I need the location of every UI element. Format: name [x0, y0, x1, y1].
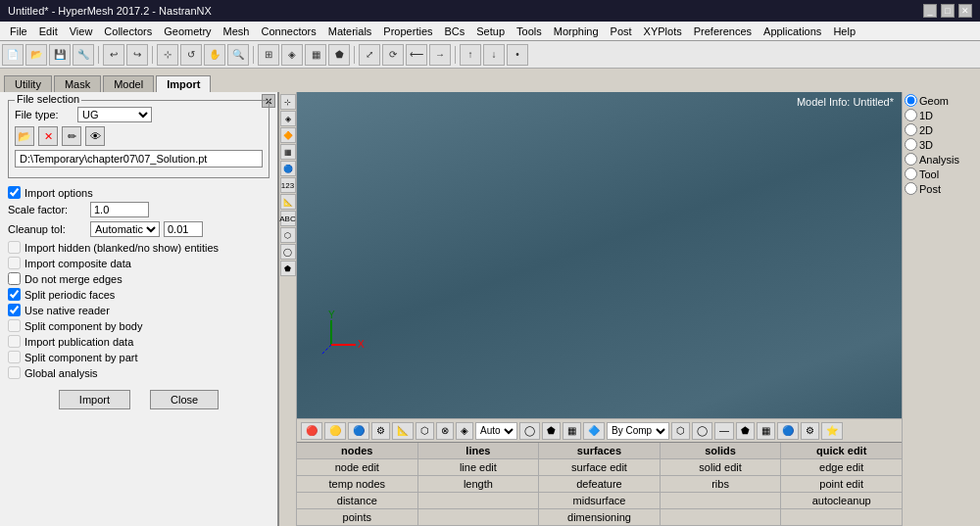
import-composite-checkbox[interactable] [8, 257, 21, 269]
menu-geometry[interactable]: Geometry [158, 24, 217, 39]
col-nodes[interactable]: nodes [297, 443, 418, 458]
bt-btn-1[interactable]: 🔴 [301, 422, 322, 440]
toolbar-display1[interactable]: ◈ [281, 44, 303, 66]
bt-btn-11[interactable]: ▦ [563, 422, 581, 440]
toolbar-display2[interactable]: ▦ [305, 44, 326, 66]
cell-points[interactable]: points [297, 509, 418, 525]
bt-btn-18[interactable]: 🔵 [777, 422, 799, 440]
bt-btn-4[interactable]: ⚙ [371, 422, 390, 440]
menu-setup[interactable]: Setup [470, 24, 511, 39]
toolbar-extra1[interactable]: ⤢ [359, 44, 380, 66]
cleanup-tol-input[interactable] [164, 221, 203, 237]
toolbar-open[interactable]: 📂 [25, 44, 47, 66]
cell-defeature[interactable]: defeature [539, 476, 661, 492]
bt-btn-17[interactable]: ▦ [757, 422, 775, 440]
col-quick-edit[interactable]: quick edit [781, 443, 902, 458]
toolbar-save[interactable]: 💾 [49, 44, 71, 66]
cell-temp-nodes[interactable]: temp nodes [297, 476, 418, 492]
cell-node-edit[interactable]: node edit [297, 459, 418, 475]
bt-btn-7[interactable]: ⊗ [436, 422, 454, 440]
toolbar-pan[interactable]: ✋ [204, 44, 225, 66]
auto-select[interactable]: Auto [475, 422, 517, 440]
window-controls[interactable]: _ □ ✕ [923, 4, 972, 18]
file-type-select[interactable]: UG NastranNX [77, 107, 152, 122]
menu-morphing[interactable]: Morphing [548, 24, 605, 39]
toolbar-redo[interactable]: ↪ [126, 44, 148, 66]
cell-surface-edit[interactable]: surface edit [539, 459, 661, 475]
toolbar-extra3[interactable]: ⟵ [406, 44, 427, 66]
rs-btn-8[interactable]: ABC [280, 211, 296, 226]
cell-line-edit[interactable]: line edit [418, 459, 540, 475]
menu-collectors[interactable]: Collectors [98, 24, 158, 39]
toolbar-arrow-up[interactable]: ↑ [460, 44, 481, 66]
bt-btn-6[interactable]: ⬡ [416, 422, 434, 440]
rs-btn-6[interactable]: 123 [280, 177, 296, 193]
toolbar-btn4[interactable]: 🔧 [73, 44, 94, 66]
bt-btn-12[interactable]: 🔷 [583, 422, 605, 440]
menu-xyplots[interactable]: XYPlots [638, 24, 688, 39]
rs-btn-3[interactable]: 🔶 [280, 127, 296, 143]
by-comp-select[interactable]: By Comp [607, 422, 669, 440]
cell-point-edit[interactable]: point edit [781, 476, 902, 492]
split-body-checkbox[interactable] [8, 319, 21, 332]
cell-distance[interactable]: distance [297, 493, 418, 508]
bt-btn-13[interactable]: ⬡ [671, 422, 690, 440]
split-periodic-checkbox[interactable] [8, 288, 21, 301]
rs-btn-11[interactable]: ⬟ [280, 261, 296, 276]
scale-factor-input[interactable] [90, 202, 149, 217]
toolbar-arrow-down[interactable]: ↓ [483, 44, 505, 66]
bt-btn-2[interactable]: 🟡 [324, 422, 346, 440]
rs-btn-10[interactable]: ◯ [280, 244, 296, 260]
rs-btn-4[interactable]: ▦ [280, 144, 296, 160]
toolbar-extra4[interactable]: → [429, 44, 451, 66]
bt-btn-14[interactable]: ◯ [692, 422, 712, 440]
bt-btn-3[interactable]: 🔵 [348, 422, 369, 440]
cleanup-tol-select[interactable]: Automatic Manual [90, 221, 160, 237]
menu-preferences[interactable]: Preferences [688, 24, 758, 39]
menu-bcs[interactable]: BCs [439, 24, 471, 39]
import-options-checkbox[interactable] [8, 186, 21, 199]
open-file-button[interactable]: 📂 [15, 126, 34, 146]
toolbar-select[interactable]: ⊹ [157, 44, 178, 66]
cell-autocleanup[interactable]: autocleanup [781, 493, 902, 508]
toolbar-extra2[interactable]: ⟳ [382, 44, 404, 66]
cell-length[interactable]: length [418, 476, 540, 492]
toolbar-new[interactable]: 📄 [2, 44, 24, 66]
col-lines[interactable]: lines [418, 443, 540, 458]
split-part-checkbox[interactable] [8, 351, 21, 363]
do-not-merge-checkbox[interactable] [8, 272, 21, 285]
rp-3d-radio[interactable] [905, 138, 917, 151]
menu-materials[interactable]: Materials [322, 24, 378, 39]
tab-mask[interactable]: Mask [54, 75, 101, 92]
tab-utility[interactable]: Utility [4, 75, 52, 92]
cell-solid-edit[interactable]: solid edit [661, 459, 782, 475]
menu-mesh[interactable]: Mesh [218, 24, 256, 39]
minimize-button[interactable]: _ [923, 4, 937, 18]
toolbar-fit[interactable]: ⊞ [258, 44, 279, 66]
toolbar-zoom[interactable]: 🔍 [227, 44, 249, 66]
tab-model[interactable]: Model [103, 75, 154, 92]
rs-btn-7[interactable]: 📐 [280, 194, 296, 210]
menu-applications[interactable]: Applications [758, 24, 827, 39]
bt-btn-5[interactable]: 📐 [392, 422, 414, 440]
toolbar-dot[interactable]: • [507, 44, 528, 66]
cell-midsurface[interactable]: midsurface [539, 493, 661, 508]
menu-tools[interactable]: Tools [511, 24, 548, 39]
menu-properties[interactable]: Properties [377, 24, 438, 39]
col-solids[interactable]: solids [661, 443, 782, 458]
bt-btn-10[interactable]: ⬟ [542, 422, 561, 440]
cell-dimensioning[interactable]: dimensioning [539, 509, 661, 525]
import-publication-checkbox[interactable] [8, 335, 21, 348]
bt-btn-20[interactable]: ⭐ [821, 422, 843, 440]
toolbar-rotate[interactable]: ↺ [180, 44, 202, 66]
menu-post[interactable]: Post [605, 24, 638, 39]
rp-analysis-radio[interactable] [905, 153, 917, 166]
rp-post-radio[interactable] [905, 182, 917, 195]
cell-edge-edit[interactable]: edge edit [781, 459, 902, 475]
toolbar-display3[interactable]: ⬟ [328, 44, 350, 66]
menu-view[interactable]: View [64, 24, 99, 39]
bt-btn-16[interactable]: ⬟ [736, 422, 755, 440]
rp-geom-radio[interactable] [905, 94, 917, 107]
rs-btn-1[interactable]: ⊹ [280, 94, 296, 110]
rp-2d-radio[interactable] [905, 123, 917, 136]
